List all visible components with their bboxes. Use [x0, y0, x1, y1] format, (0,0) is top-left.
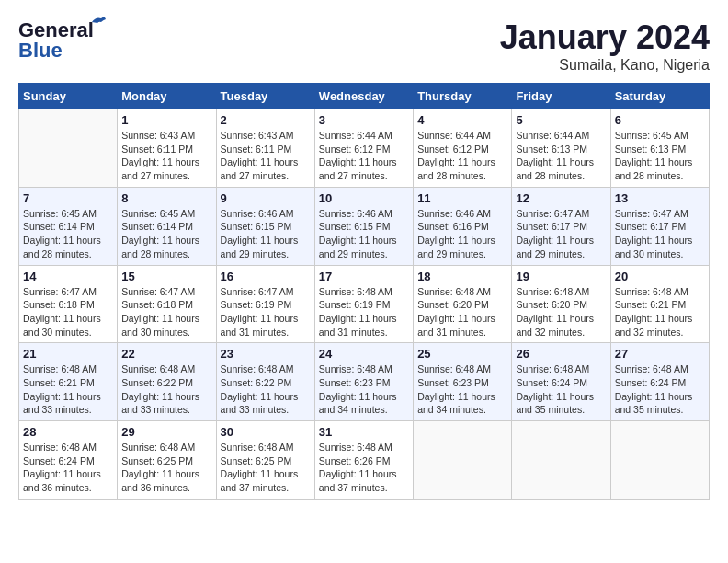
day-info: Sunrise: 6:48 AMSunset: 6:19 PMDaylight:…	[319, 285, 409, 339]
weekday-header-wednesday: Wednesday	[314, 84, 413, 109]
calendar-week-5: 28Sunrise: 6:48 AMSunset: 6:24 PMDayligh…	[19, 421, 710, 500]
day-info: Sunrise: 6:47 AMSunset: 6:18 PMDaylight:…	[23, 285, 113, 339]
day-number: 21	[23, 347, 113, 361]
day-number: 15	[121, 270, 211, 283]
day-number: 5	[516, 113, 606, 127]
day-number: 30	[221, 425, 311, 439]
title-block: January 2024 Sumaila, Kano, Nigeria	[500, 18, 710, 74]
day-number: 6	[615, 113, 705, 127]
day-info: Sunrise: 6:48 AMSunset: 6:23 PMDaylight:…	[417, 362, 507, 417]
day-number: 1	[121, 113, 211, 127]
day-number: 31	[319, 425, 409, 439]
calendar-week-2: 7Sunrise: 6:45 AMSunset: 6:14 PMDaylight…	[19, 187, 710, 265]
day-info: Sunrise: 6:48 AMSunset: 6:25 PMDaylight:…	[121, 441, 211, 495]
day-info: Sunrise: 6:45 AMSunset: 6:13 PMDaylight:…	[615, 129, 705, 183]
day-number: 7	[23, 191, 113, 205]
calendar-cell: 12Sunrise: 6:47 AMSunset: 6:17 PMDayligh…	[512, 187, 610, 265]
location: Sumaila, Kano, Nigeria	[500, 57, 710, 74]
calendar-cell: 3Sunrise: 6:44 AMSunset: 6:12 PMDaylight…	[314, 109, 413, 188]
calendar-cell: 6Sunrise: 6:45 AMSunset: 6:13 PMDaylight…	[610, 109, 709, 188]
day-info: Sunrise: 6:48 AMSunset: 6:22 PMDaylight:…	[221, 362, 311, 417]
day-number: 19	[516, 270, 606, 283]
calendar-cell: 15Sunrise: 6:47 AMSunset: 6:18 PMDayligh…	[118, 265, 216, 343]
day-info: Sunrise: 6:45 AMSunset: 6:14 PMDaylight:…	[121, 207, 211, 261]
logo-bird-icon	[90, 13, 107, 29]
calendar-cell: 5Sunrise: 6:44 AMSunset: 6:13 PMDaylight…	[512, 109, 610, 188]
calendar-cell	[19, 109, 118, 188]
calendar-cell: 27Sunrise: 6:48 AMSunset: 6:24 PMDayligh…	[610, 343, 709, 421]
day-info: Sunrise: 6:48 AMSunset: 6:20 PMDaylight:…	[417, 285, 507, 339]
calendar-week-4: 21Sunrise: 6:48 AMSunset: 6:21 PMDayligh…	[19, 343, 710, 421]
day-number: 28	[23, 425, 113, 439]
month-title: January 2024	[500, 18, 710, 57]
day-info: Sunrise: 6:47 AMSunset: 6:17 PMDaylight:…	[516, 207, 606, 261]
calendar-cell: 16Sunrise: 6:47 AMSunset: 6:19 PMDayligh…	[216, 265, 314, 343]
logo: General Blue	[18, 18, 94, 63]
day-info: Sunrise: 6:44 AMSunset: 6:12 PMDaylight:…	[319, 129, 409, 183]
calendar-header-row: SundayMondayTuesdayWednesdayThursdayFrid…	[19, 84, 710, 109]
day-number: 4	[417, 113, 507, 127]
calendar-cell: 28Sunrise: 6:48 AMSunset: 6:24 PMDayligh…	[19, 421, 118, 500]
calendar-cell: 24Sunrise: 6:48 AMSunset: 6:23 PMDayligh…	[314, 343, 413, 421]
day-info: Sunrise: 6:46 AMSunset: 6:15 PMDaylight:…	[221, 207, 311, 261]
day-number: 9	[221, 191, 311, 205]
calendar-week-3: 14Sunrise: 6:47 AMSunset: 6:18 PMDayligh…	[19, 265, 710, 343]
day-info: Sunrise: 6:44 AMSunset: 6:13 PMDaylight:…	[516, 129, 606, 183]
weekday-header-saturday: Saturday	[610, 84, 709, 109]
day-number: 23	[221, 347, 311, 361]
calendar-cell: 29Sunrise: 6:48 AMSunset: 6:25 PMDayligh…	[118, 421, 216, 500]
day-number: 2	[221, 113, 311, 127]
calendar-cell: 10Sunrise: 6:46 AMSunset: 6:15 PMDayligh…	[314, 187, 413, 265]
weekday-header-monday: Monday	[118, 84, 216, 109]
calendar-week-1: 1Sunrise: 6:43 AMSunset: 6:11 PMDaylight…	[19, 109, 710, 188]
calendar-cell: 20Sunrise: 6:48 AMSunset: 6:21 PMDayligh…	[610, 265, 709, 343]
day-info: Sunrise: 6:48 AMSunset: 6:21 PMDaylight:…	[23, 362, 113, 417]
calendar-cell	[512, 421, 610, 500]
day-number: 22	[121, 347, 211, 361]
day-number: 24	[319, 347, 409, 361]
day-info: Sunrise: 6:48 AMSunset: 6:23 PMDaylight:…	[319, 362, 409, 417]
day-number: 16	[221, 270, 311, 283]
calendar-cell	[414, 421, 512, 500]
calendar-cell: 8Sunrise: 6:45 AMSunset: 6:14 PMDaylight…	[118, 187, 216, 265]
calendar-cell: 30Sunrise: 6:48 AMSunset: 6:25 PMDayligh…	[216, 421, 314, 500]
calendar-cell: 4Sunrise: 6:44 AMSunset: 6:12 PMDaylight…	[414, 109, 512, 188]
day-info: Sunrise: 6:48 AMSunset: 6:24 PMDaylight:…	[615, 362, 705, 417]
calendar-table: SundayMondayTuesdayWednesdayThursdayFrid…	[18, 83, 710, 500]
calendar-cell: 19Sunrise: 6:48 AMSunset: 6:20 PMDayligh…	[512, 265, 610, 343]
day-number: 13	[615, 191, 705, 205]
day-number: 3	[319, 113, 409, 127]
day-number: 14	[23, 270, 113, 283]
calendar-cell: 22Sunrise: 6:48 AMSunset: 6:22 PMDayligh…	[118, 343, 216, 421]
day-number: 11	[417, 191, 507, 205]
calendar-cell: 7Sunrise: 6:45 AMSunset: 6:14 PMDaylight…	[19, 187, 118, 265]
calendar-cell: 21Sunrise: 6:48 AMSunset: 6:21 PMDayligh…	[19, 343, 118, 421]
day-info: Sunrise: 6:47 AMSunset: 6:17 PMDaylight:…	[615, 207, 705, 261]
day-number: 17	[319, 270, 409, 283]
day-number: 8	[121, 191, 211, 205]
day-number: 25	[417, 347, 507, 361]
calendar-cell: 11Sunrise: 6:46 AMSunset: 6:16 PMDayligh…	[414, 187, 512, 265]
calendar-cell: 17Sunrise: 6:48 AMSunset: 6:19 PMDayligh…	[314, 265, 413, 343]
day-info: Sunrise: 6:46 AMSunset: 6:16 PMDaylight:…	[417, 207, 507, 261]
weekday-header-tuesday: Tuesday	[216, 84, 314, 109]
day-info: Sunrise: 6:48 AMSunset: 6:20 PMDaylight:…	[516, 285, 606, 339]
day-number: 27	[615, 347, 705, 361]
day-number: 10	[319, 191, 409, 205]
day-info: Sunrise: 6:43 AMSunset: 6:11 PMDaylight:…	[121, 129, 211, 183]
logo-general: General	[18, 18, 94, 41]
calendar-cell: 13Sunrise: 6:47 AMSunset: 6:17 PMDayligh…	[610, 187, 709, 265]
day-info: Sunrise: 6:48 AMSunset: 6:22 PMDaylight:…	[121, 362, 211, 417]
day-info: Sunrise: 6:46 AMSunset: 6:15 PMDaylight:…	[319, 207, 409, 261]
calendar-cell	[610, 421, 709, 500]
calendar-cell: 1Sunrise: 6:43 AMSunset: 6:11 PMDaylight…	[118, 109, 216, 188]
calendar-cell: 18Sunrise: 6:48 AMSunset: 6:20 PMDayligh…	[414, 265, 512, 343]
day-info: Sunrise: 6:48 AMSunset: 6:24 PMDaylight:…	[516, 362, 606, 417]
weekday-header-sunday: Sunday	[19, 84, 118, 109]
calendar-cell: 9Sunrise: 6:46 AMSunset: 6:15 PMDaylight…	[216, 187, 314, 265]
day-info: Sunrise: 6:44 AMSunset: 6:12 PMDaylight:…	[417, 129, 507, 183]
day-number: 18	[417, 270, 507, 283]
day-info: Sunrise: 6:47 AMSunset: 6:19 PMDaylight:…	[221, 285, 311, 339]
calendar-cell: 14Sunrise: 6:47 AMSunset: 6:18 PMDayligh…	[19, 265, 118, 343]
day-info: Sunrise: 6:48 AMSunset: 6:26 PMDaylight:…	[319, 441, 409, 495]
